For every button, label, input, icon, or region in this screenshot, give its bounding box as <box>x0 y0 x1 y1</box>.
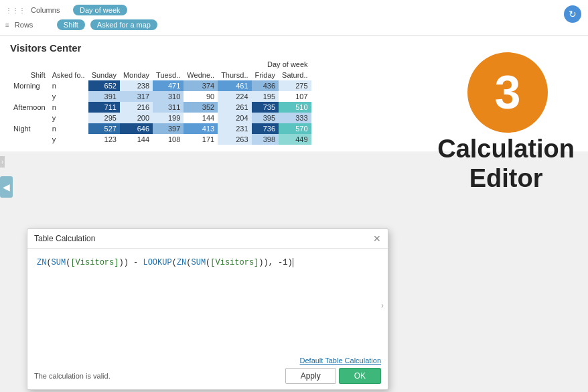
annotation-number: 3 <box>495 66 521 119</box>
data-cell: 736 <box>252 123 279 134</box>
lookup-func: LOOKUP <box>143 258 171 267</box>
data-cell: 471 <box>153 80 183 91</box>
valid-message: The calculation is valid. <box>34 372 111 380</box>
data-cell: 398 <box>252 134 279 145</box>
shift-cell: Night <box>10 123 49 134</box>
data-cell: 204 <box>218 113 251 123</box>
annotation-line1: Calculation <box>437 135 575 163</box>
button-group: Apply OK <box>285 368 381 384</box>
col-header-sunday: Sunday <box>88 70 120 80</box>
table-row: y 295 200 199 144 204 395 333 <box>10 113 311 123</box>
col-header-wednesday: Wedne.. <box>183 70 218 80</box>
data-cell: 200 <box>120 113 153 123</box>
expand-arrow-bottom[interactable]: ◀ <box>0 176 13 198</box>
data-cell: 195 <box>252 91 279 102</box>
columns-icon: ⋮⋮⋮ <box>5 7 25 14</box>
sum-func: SUM <box>52 258 66 267</box>
data-cell: 216 <box>120 102 153 113</box>
data-cell: 123 <box>88 134 120 145</box>
shift-cell: Morning <box>10 80 49 91</box>
data-cell: 391 <box>88 91 120 102</box>
data-cell: 461 <box>218 80 251 91</box>
data-cell: 275 <box>279 80 311 91</box>
apply-button[interactable]: Apply <box>285 368 336 384</box>
asked-cell: y <box>49 91 88 102</box>
data-cell: 374 <box>183 80 218 91</box>
data-cell: 238 <box>120 80 153 91</box>
rows-icon: ≡ <box>5 21 9 29</box>
data-cell: 510 <box>279 102 311 113</box>
table-calculation-dialog: Table Calculation ✕ ZN(SUM([Visitors])) … <box>27 228 388 390</box>
dialog-footer: Default Table Calculation The calculatio… <box>27 352 388 389</box>
data-cell: 317 <box>120 91 153 102</box>
data-cell: 413 <box>183 123 218 134</box>
chart-title: Visitors Center <box>10 42 578 54</box>
asked-cell: n <box>49 123 88 134</box>
refresh-button[interactable]: ↻ <box>564 5 581 23</box>
main-area: › ◀ Visitors Center 3 Calculation Editor… <box>0 36 588 151</box>
data-cell: 108 <box>153 134 183 145</box>
ok-button[interactable]: OK <box>339 368 381 384</box>
shift-cell <box>10 113 49 123</box>
annotation-text: Calculation Editor <box>437 135 575 193</box>
dialog-close-button[interactable]: ✕ <box>373 233 381 244</box>
data-cell: 171 <box>183 134 218 145</box>
sum-func2: SUM <box>191 258 206 267</box>
columns-row: ⋮⋮⋮ Columns Day of week <box>5 3 583 17</box>
data-cell: 144 <box>183 113 218 123</box>
day-of-week-header: Day of week <box>88 59 311 70</box>
col-header-tuesday: Tuesd.. <box>153 70 183 80</box>
col-header-friday: Friday <box>252 70 279 80</box>
col-header-thursday: Thursd.. <box>218 70 251 80</box>
shift-cell <box>10 134 49 145</box>
expand-arrow-top[interactable]: › <box>0 156 5 168</box>
data-cell: 144 <box>120 134 153 145</box>
rows-row: ≡ Rows Shift Asked for a map <box>5 17 583 32</box>
dialog-title: Table Calculation <box>34 234 95 243</box>
columns-label: Columns <box>31 6 68 14</box>
rows-label: Rows <box>15 21 52 29</box>
annotation-line2: Editor <box>469 164 543 192</box>
visitors-field2: [Visitors] <box>210 258 259 267</box>
data-cell: 711 <box>88 102 120 113</box>
data-cell: 352 <box>183 102 218 113</box>
data-table: Day of week Shift Asked fo.. Sunday Mond… <box>10 59 311 145</box>
default-table-calculation-link[interactable]: Default Table Calculation <box>34 356 381 365</box>
col-header-shift: Shift <box>10 70 49 80</box>
data-cell: 449 <box>279 134 311 145</box>
formula-editor[interactable]: ZN(SUM([Visitors])) - LOOKUP(ZN(SUM([Vis… <box>37 257 378 269</box>
table-row: Morning n 652 238 471 374 461 436 275 <box>10 80 311 91</box>
data-cell: 231 <box>218 123 251 134</box>
asked-cell: y <box>49 134 88 145</box>
col-header-saturday: Saturd.. <box>279 70 311 80</box>
scroll-hint-icon: › <box>381 301 384 310</box>
table-row: Night n 527 646 397 413 231 736 570 <box>10 123 311 134</box>
data-cell: 310 <box>153 91 183 102</box>
asked-for-map-pill[interactable]: Asked for a map <box>90 19 157 30</box>
data-cell: 652 <box>88 80 120 91</box>
data-cell: 570 <box>279 123 311 134</box>
data-cell: 90 <box>183 91 218 102</box>
data-cell: 735 <box>252 102 279 113</box>
data-cell: 311 <box>153 102 183 113</box>
data-cell: 107 <box>279 91 311 102</box>
shift-cell <box>10 91 49 102</box>
zn-func2: ZN <box>177 258 186 267</box>
table-row: y 391 317 310 90 224 195 107 <box>10 91 311 102</box>
toolbar: ⋮⋮⋮ Columns Day of week ≡ Rows Shift Ask… <box>0 0 588 36</box>
day-of-week-pill[interactable]: Day of week <box>73 5 127 15</box>
cursor <box>293 258 293 267</box>
table-row: y 123 144 108 171 263 398 449 <box>10 134 311 145</box>
table-row: Afternoon n 711 216 311 352 261 735 510 <box>10 102 311 113</box>
data-cell: 527 <box>88 123 120 134</box>
shift-pill[interactable]: Shift <box>57 19 85 30</box>
data-cell: 224 <box>218 91 251 102</box>
asked-cell: n <box>49 80 88 91</box>
col-header-monday: Monday <box>120 70 153 80</box>
data-cell: 436 <box>252 80 279 91</box>
visitors-field: [Visitors] <box>70 258 119 267</box>
data-cell: 199 <box>153 113 183 123</box>
dialog-body: ZN(SUM([Visitors])) - LOOKUP(ZN(SUM([Vis… <box>27 249 388 352</box>
dialog-actions: The calculation is valid. Apply OK <box>34 368 381 384</box>
shift-cell: Afternoon <box>10 102 49 113</box>
